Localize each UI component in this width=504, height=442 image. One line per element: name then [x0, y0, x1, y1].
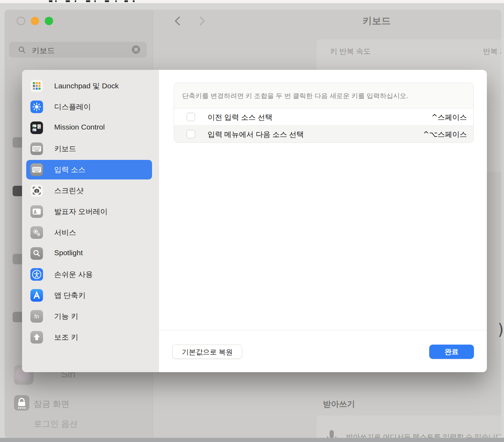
lock-screen-icon [14, 395, 29, 411]
shortcut-label: 입력 메뉴에서 다음 소스 선택 [208, 130, 304, 139]
sidebar-item-label: 서비스 [54, 228, 76, 237]
sidebar-item-label: Mission Control [54, 123, 105, 131]
cutoff-glyph [66, 0, 70, 2]
sidebar-item-label: 기능 키 [54, 311, 78, 321]
shortcut-checkbox[interactable] [187, 130, 195, 138]
forward-chevron-icon[interactable] [197, 15, 207, 27]
sidebar-item-display[interactable]: 디스플레이 [26, 97, 152, 117]
sidebar-item-mission-control[interactable]: Mission Control [26, 118, 152, 138]
sidebar-item-keyboard[interactable]: 키보드 [26, 139, 152, 159]
sidebar-item-screenshots[interactable]: 스크린샷 [26, 181, 152, 200]
back-chevron-icon[interactable] [173, 15, 182, 27]
search-icon [18, 46, 26, 54]
launchpad-icon [30, 80, 43, 92]
sidebar-item-label: 앱 단축키 [54, 290, 86, 300]
presenter-overlay-icon [30, 205, 43, 218]
desktop-bottom-strip [0, 438, 504, 442]
minimize-button[interactable] [31, 17, 39, 25]
sidebar-item-label: Spotlight [54, 249, 83, 257]
desktop-strip [0, 0, 504, 3]
sidebar-item-label: 입력 소스 [54, 165, 86, 175]
search-value: 키보드 [32, 45, 55, 56]
shortcuts-instruction: 단축키를 변경하려면 키 조합을 두 번 클릭한 다음 새로운 키를 입력하십시… [182, 91, 408, 101]
cutoff-glyph [49, 0, 52, 2]
key-repeat-label: 키 반복 속도 [330, 46, 371, 56]
sidebar-item-login-options[interactable]: 로그인 옵션 [34, 418, 78, 429]
footer-divider [159, 330, 487, 330]
sidebar-item-lock-screen[interactable]: 잠금 화면 [34, 398, 70, 410]
page-title: 키보드 [362, 15, 391, 27]
accessibility-icon [30, 268, 43, 281]
sidebar-item-accessibility[interactable]: 손쉬운 사용 [26, 265, 152, 284]
shortcut-keys[interactable]: ^⌥스페이스 [423, 130, 467, 139]
done-button[interactable]: 완료 [429, 345, 474, 359]
sidebar-item-app-shortcuts[interactable]: 앱 단축키 [26, 286, 152, 305]
keyboard-icon [30, 163, 43, 176]
screenshot-icon [30, 184, 43, 197]
sidebar-item-label: 손쉬운 사용 [54, 270, 93, 279]
cutoff-glyph [55, 0, 57, 2]
cutoff-glyph [124, 0, 128, 2]
shortcut-row[interactable]: 입력 메뉴에서 다음 소스 선택 ^⌥스페이스 [174, 125, 473, 142]
sidebar-item-modifier-keys[interactable]: 보조 키 [26, 327, 152, 347]
sidebar-item-services[interactable]: 서비스 [26, 223, 152, 242]
dictation-description-line1: 받아쓰기로 어디서든 텍스트를 입력할 수 있습니다. 받아쓰기를 시작하려면 … [346, 432, 501, 438]
clear-search-icon[interactable]: ✕ [132, 45, 140, 54]
sidebar-item-label: 키보드 [54, 144, 76, 154]
search-input[interactable]: 키보드 ✕ [9, 42, 147, 58]
sidebar-item-input-sources[interactable]: 입력 소스 [26, 160, 152, 179]
svg-text:fn: fn [34, 314, 39, 319]
sidebar-item-label: 보조 키 [54, 332, 78, 342]
cutoff-glyph [75, 0, 76, 2]
dictation-heading: 받아쓰기 [323, 399, 355, 410]
close-button[interactable] [17, 17, 25, 25]
cutoff-glyph [115, 0, 117, 2]
modifier-keys-icon [30, 331, 43, 344]
spotlight-icon [30, 247, 43, 260]
keyboard-shortcuts-dialog: Launchpad 및 Dock 디스플레이 [22, 70, 487, 372]
services-icon [30, 226, 43, 239]
keyboard-icon [30, 142, 43, 155]
shortcut-label: 이전 입력 소스 선택 [208, 112, 273, 122]
sidebar-item-spotlight[interactable]: Spotlight [26, 244, 152, 263]
cutoff-glyph [133, 0, 135, 2]
sidebar-item-presenter-overlay[interactable]: 발표자 오버레이 [26, 202, 152, 221]
sidebar-item-label: 스크린샷 [54, 186, 84, 196]
cutoff-glyph [105, 0, 109, 2]
mission-control-icon [30, 121, 43, 134]
app-shortcuts-icon [30, 289, 43, 302]
sidebar-item-label: 디스플레이 [54, 102, 91, 112]
sidebar-item-launchpad-dock[interactable]: Launchpad 및 Dock [26, 76, 152, 96]
microphone-icon [326, 429, 338, 438]
dictation-panel: 받아쓰기로 어디서든 텍스트를 입력할 수 있습니다. 받아쓰기를 시작하려면 … [317, 415, 501, 438]
sidebar-item-function-keys[interactable]: fn 기능 키 [26, 307, 152, 326]
cutoff-glyph [86, 0, 90, 2]
restore-defaults-button[interactable]: 기본값으로 복원 [172, 345, 242, 359]
display-icon [30, 101, 43, 113]
zoom-button[interactable] [45, 17, 53, 25]
shortcuts-sidebar: Launchpad 및 Dock 디스플레이 [22, 70, 159, 372]
shortcut-keys[interactable]: ^스페이스 [431, 112, 467, 122]
shortcut-checkbox[interactable] [187, 113, 195, 121]
shortcuts-panel: 단축키를 변경하려면 키 조합을 두 번 클릭한 다음 새로운 키를 입력하십시… [174, 83, 474, 143]
repeat-delay-label: 반복 지연 시간 [483, 46, 501, 56]
fn-icon: fn [30, 310, 43, 323]
sidebar-item-label: 발표자 오버레이 [54, 207, 108, 216]
shortcut-row[interactable]: 이전 입력 소스 선택 ^스페이스 [174, 109, 473, 125]
sidebar-item-label: Launchpad 및 Dock [54, 81, 118, 91]
cutoff-paren-glyph: ) [498, 321, 504, 338]
shortcuts-instruction-row: 단축키를 변경하려면 키 조합을 두 번 클릭한 다음 새로운 키를 입력하십시… [174, 83, 473, 109]
cutoff-glyph [94, 0, 96, 2]
